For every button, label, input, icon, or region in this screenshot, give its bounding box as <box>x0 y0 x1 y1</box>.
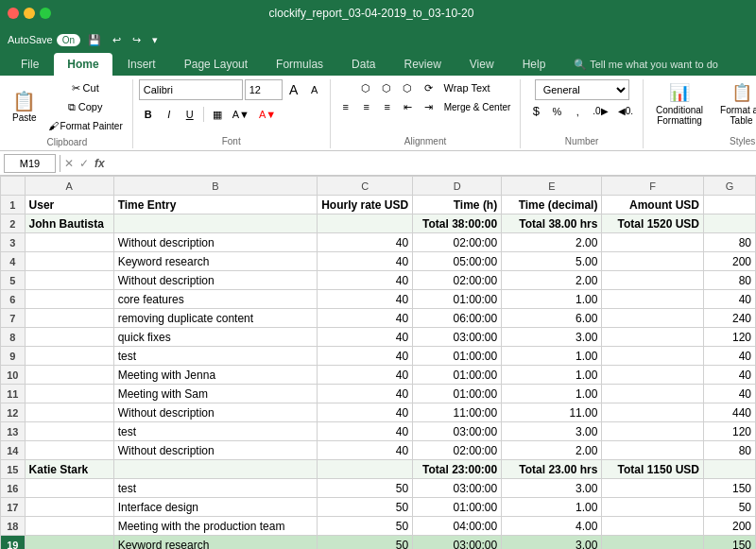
italic-button[interactable]: I <box>160 106 179 123</box>
cell-B7[interactable]: removing duplicate content <box>113 309 318 328</box>
cell-C8[interactable]: 40 <box>318 328 413 347</box>
cell-C3[interactable]: 40 <box>318 233 413 252</box>
cell-C7[interactable]: 40 <box>318 309 413 328</box>
cell-A8[interactable] <box>25 328 113 347</box>
row-header[interactable]: 18 <box>1 517 26 536</box>
cell-G15[interactable] <box>704 460 756 479</box>
conditional-formatting-button[interactable]: 📊 Conditional Formatting <box>649 79 710 129</box>
cell-G17[interactable]: 50 <box>704 498 756 517</box>
tab-tell-me[interactable]: 🔍 Tell me what you want to do <box>560 54 731 76</box>
tab-file[interactable]: File <box>8 53 52 76</box>
col-header-E[interactable]: E <box>502 177 602 196</box>
cell-D19[interactable]: 03:00:00 <box>413 536 502 550</box>
row-header[interactable]: 7 <box>1 309 26 328</box>
save-button[interactable]: 💾 <box>84 32 105 48</box>
formula-confirm-icon[interactable]: ✓ <box>79 157 89 170</box>
cell-A16[interactable] <box>25 479 113 498</box>
cell-B15[interactable] <box>113 460 318 479</box>
cell-A15[interactable]: Katie Stark <box>25 460 113 479</box>
cell-E10[interactable]: 1.00 <box>502 366 602 385</box>
row-header[interactable]: 4 <box>1 252 26 271</box>
cell-B8[interactable]: quick fixes <box>113 328 318 347</box>
row-header[interactable]: 6 <box>1 290 26 309</box>
cell-F15[interactable]: Total 1150 USD <box>602 460 704 479</box>
cell-C17[interactable]: 50 <box>318 498 413 517</box>
cut-button[interactable]: ✂ Cut <box>44 79 127 96</box>
cell-D12[interactable]: 11:00:00 <box>413 403 502 422</box>
cell-E2[interactable]: Total 38.00 hrs <box>502 214 602 233</box>
cell-A1[interactable]: User <box>25 196 113 214</box>
cell-F2[interactable]: Total 1520 USD <box>602 214 704 233</box>
function-icon[interactable]: fx <box>94 157 105 170</box>
cell-E8[interactable]: 3.00 <box>502 328 602 347</box>
cell-A6[interactable] <box>25 290 113 309</box>
cell-C19[interactable]: 50 <box>318 536 413 550</box>
cell-G10[interactable]: 40 <box>704 366 756 385</box>
cell-B4[interactable]: Keyword research <box>113 252 318 271</box>
cell-D18[interactable]: 04:00:00 <box>413 517 502 536</box>
col-header-D[interactable]: D <box>413 177 502 196</box>
cell-C16[interactable]: 50 <box>318 479 413 498</box>
align-top-center-button[interactable]: ⬡ <box>377 79 396 96</box>
cell-D13[interactable]: 03:00:00 <box>413 422 502 441</box>
cell-E18[interactable]: 4.00 <box>502 517 602 536</box>
cell-B1[interactable]: Time Entry <box>113 196 318 214</box>
cell-E5[interactable]: 2.00 <box>502 271 602 290</box>
currency-button[interactable]: $ <box>526 102 545 120</box>
cell-G16[interactable]: 150 <box>704 479 756 498</box>
cell-B17[interactable]: Interface design <box>113 498 318 517</box>
col-header-A[interactable]: A <box>25 177 113 196</box>
align-center-button[interactable]: ≡ <box>357 98 376 115</box>
row-header[interactable]: 2 <box>1 214 26 233</box>
cell-D14[interactable]: 02:00:00 <box>413 441 502 460</box>
cell-E1[interactable]: Time (decimal) <box>502 196 602 214</box>
bold-button[interactable]: B <box>139 106 158 123</box>
row-header[interactable]: 11 <box>1 385 26 403</box>
cell-A7[interactable] <box>25 309 113 328</box>
cell-G1[interactable] <box>704 196 756 214</box>
row-header[interactable]: 12 <box>1 403 26 422</box>
cell-G2[interactable] <box>704 214 756 233</box>
cell-C14[interactable]: 40 <box>318 441 413 460</box>
cell-D10[interactable]: 01:00:00 <box>413 366 502 385</box>
cell-E16[interactable]: 3.00 <box>502 479 602 498</box>
tab-page-layout[interactable]: Page Layout <box>171 53 261 76</box>
cell-A17[interactable] <box>25 498 113 517</box>
cell-G14[interactable]: 80 <box>704 441 756 460</box>
tab-home[interactable]: Home <box>54 53 112 76</box>
font-color-button[interactable]: A▼ <box>255 106 280 123</box>
tab-formulas[interactable]: Formulas <box>263 53 336 76</box>
col-header-C[interactable]: C <box>318 177 413 196</box>
row-header[interactable]: 17 <box>1 498 26 517</box>
align-left-button[interactable]: ≡ <box>336 98 355 115</box>
close-window-button[interactable] <box>8 8 19 19</box>
autosave-toggle[interactable]: On <box>57 34 80 46</box>
cell-A13[interactable] <box>25 422 113 441</box>
cell-G13[interactable]: 120 <box>704 422 756 441</box>
indent-increase-button[interactable]: ⇥ <box>420 98 438 115</box>
indent-decrease-button[interactable]: ⇤ <box>399 98 418 115</box>
cell-A11[interactable] <box>25 385 113 403</box>
cell-D11[interactable]: 01:00:00 <box>413 385 502 403</box>
cell-D1[interactable]: Time (h) <box>413 196 502 214</box>
cell-D17[interactable]: 01:00:00 <box>413 498 502 517</box>
cell-D16[interactable]: 03:00:00 <box>413 479 502 498</box>
cell-C5[interactable]: 40 <box>318 271 413 290</box>
align-top-right-button[interactable]: ⬡ <box>398 79 417 96</box>
cell-E15[interactable]: Total 23.00 hrs <box>502 460 602 479</box>
borders-button[interactable]: ▦ <box>208 106 227 123</box>
row-header[interactable]: 9 <box>1 347 26 366</box>
cell-C6[interactable]: 40 <box>318 290 413 309</box>
cell-A12[interactable] <box>25 403 113 422</box>
cell-D3[interactable]: 02:00:00 <box>413 233 502 252</box>
cell-B2[interactable] <box>113 214 318 233</box>
tab-help[interactable]: Help <box>509 53 559 76</box>
cell-F14[interactable] <box>602 441 704 460</box>
tab-review[interactable]: Review <box>390 53 454 76</box>
cell-reference-box[interactable] <box>4 154 56 173</box>
cell-G6[interactable]: 40 <box>704 290 756 309</box>
cell-D4[interactable]: 05:00:00 <box>413 252 502 271</box>
minimize-window-button[interactable] <box>24 8 35 19</box>
cell-B3[interactable]: Without description <box>113 233 318 252</box>
cell-E3[interactable]: 2.00 <box>502 233 602 252</box>
